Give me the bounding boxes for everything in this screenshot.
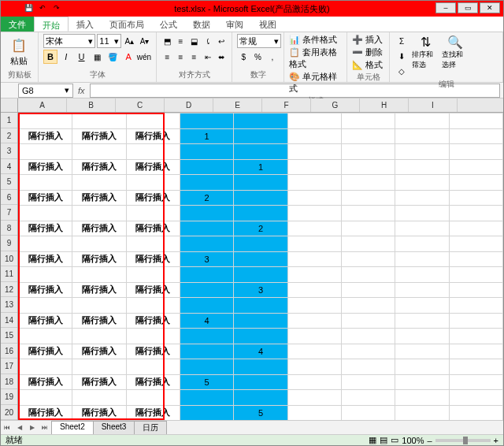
align-right-icon[interactable]: ≡ [188, 50, 200, 64]
first-sheet-icon[interactable]: ⏮ [1, 422, 13, 434]
chevron-down-icon: ▾ [65, 85, 69, 95]
status-text: 就绪 [6, 434, 23, 446]
close-button[interactable]: ✕ [480, 2, 500, 13]
increase-font-icon[interactable]: A▴ [123, 34, 136, 48]
row-headers[interactable]: 1234567891011121314151617181920 [1, 113, 18, 420]
underline-button[interactable]: U [75, 50, 89, 64]
sheet-tab[interactable]: 日历 [134, 421, 167, 434]
status-bar: 就绪 ▦ ▤ ▭ 100% – + [1, 434, 503, 445]
sheet-tab[interactable]: Sheet3 [93, 421, 135, 434]
tab-layout[interactable]: 页面布局 [102, 17, 152, 32]
tab-file[interactable]: 文件 [1, 17, 34, 32]
tab-formula[interactable]: 公式 [152, 17, 185, 32]
find-select-button[interactable]: 🔍查找和选择 [442, 34, 469, 70]
find-icon: 🔍 [446, 34, 465, 50]
currency-icon[interactable]: $ [237, 50, 250, 64]
name-box[interactable]: G8▾ [18, 84, 73, 98]
undo-icon[interactable]: ↶ [37, 2, 48, 13]
sheet-tab-bar: ⏮ ◀ ▶ ⏭ Sheet2Sheet3日历 [1, 420, 503, 434]
align-center-icon[interactable]: ≡ [175, 50, 187, 64]
group-align: 对齐方式 [161, 69, 227, 80]
group-number: 数字 [237, 69, 279, 80]
fill-icon[interactable]: ⬇ [395, 49, 409, 63]
tab-data[interactable]: 数据 [185, 17, 218, 32]
chevron-down-icon: ▾ [88, 36, 93, 46]
orientation-icon[interactable]: ⤹ [202, 34, 213, 48]
cells-area[interactable]: 隔行插入隔行插入隔行插入1隔行插入隔行插入隔行插入1隔行插入隔行插入隔行插入2隔… [18, 113, 503, 420]
bold-button[interactable]: B [43, 50, 57, 64]
sort-icon: ⇅ [416, 34, 435, 50]
group-cells: 单元格 [352, 71, 384, 83]
zoom-slider[interactable] [435, 439, 491, 442]
column-headers[interactable]: ABCDEFGHI [18, 98, 503, 113]
cell-style-button[interactable]: 🎨 单元格样式 [289, 71, 342, 95]
font-name-combo[interactable]: 宋体▾ [43, 34, 95, 48]
tab-home[interactable]: 开始 [34, 17, 69, 32]
fill-color-button[interactable]: 🪣 [106, 50, 120, 64]
group-font: 字体 [43, 69, 151, 80]
sort-filter-button[interactable]: ⇅排序和筛选 [412, 34, 439, 70]
percent-icon[interactable]: % [251, 50, 264, 64]
paste-icon: 📋 [9, 36, 28, 55]
tab-review[interactable]: 审阅 [218, 17, 251, 32]
chevron-down-icon: ▾ [114, 36, 119, 46]
autosum-icon[interactable]: Σ [395, 34, 409, 48]
window-title: test.xlsx - Microsoft Excel(产品激活失败) [174, 3, 329, 15]
align-bottom-icon[interactable]: ⬓ [188, 34, 200, 48]
decrease-font-icon[interactable]: A▾ [138, 34, 151, 48]
last-sheet-icon[interactable]: ⏭ [39, 422, 51, 434]
clear-icon[interactable]: ◇ [395, 64, 409, 78]
sheet-tab[interactable]: Sheet2 [51, 421, 94, 434]
next-sheet-icon[interactable]: ▶ [26, 422, 39, 434]
zoom-out-icon[interactable]: – [427, 436, 432, 445]
quick-access-toolbar: 💾 ↶ ↷ [23, 2, 62, 13]
table-format-button[interactable]: 📋 套用表格格式 [289, 46, 342, 70]
border-button[interactable]: ▦ [90, 50, 104, 64]
decrease-indent-icon[interactable]: ⇤ [202, 50, 213, 64]
zoom-level[interactable]: 100% [402, 436, 424, 445]
font-color-button[interactable]: A [121, 50, 135, 64]
view-normal-icon[interactable]: ▦ [369, 435, 376, 445]
fx-icon[interactable]: fx [78, 86, 85, 95]
group-clipboard: 剪贴板 [6, 69, 33, 80]
view-break-icon[interactable]: ▭ [391, 435, 398, 445]
delete-cells-button[interactable]: ➖ 删除 [352, 46, 384, 58]
wrap-text-icon[interactable]: ↩ [215, 34, 227, 48]
view-layout-icon[interactable]: ▤ [380, 435, 387, 445]
align-top-icon[interactable]: ⬒ [161, 34, 173, 48]
minimize-button[interactable]: – [435, 2, 456, 13]
restore-button[interactable]: ▭ [458, 2, 478, 13]
ribbon-tabs: 文件 开始 插入 页面布局 公式 数据 审阅 视图 [1, 17, 503, 32]
align-middle-icon[interactable]: ≡ [175, 34, 187, 48]
italic-button[interactable]: I [59, 50, 73, 64]
prev-sheet-icon[interactable]: ◀ [13, 422, 26, 434]
font-size-combo[interactable]: 11▾ [97, 34, 121, 48]
tab-insert[interactable]: 插入 [69, 17, 102, 32]
zoom-in-icon[interactable]: + [494, 436, 498, 445]
redo-icon[interactable]: ↷ [51, 2, 62, 13]
ribbon: 📋粘贴 剪贴板 宋体▾ 11▾ A▴ A▾ B I U ▦ 🪣 A wén 字体 [1, 32, 503, 83]
tab-view[interactable]: 视图 [251, 17, 284, 32]
conditional-format-button[interactable]: 📊 条件格式 [289, 34, 342, 46]
format-cells-button[interactable]: 📐 格式 [352, 59, 384, 71]
number-format-combo[interactable]: 常规▾ [237, 34, 281, 48]
save-icon[interactable]: 💾 [23, 2, 34, 13]
chevron-down-icon: ▾ [274, 36, 279, 46]
comma-icon[interactable]: , [266, 50, 279, 64]
group-editing: 编辑 [395, 78, 498, 90]
align-left-icon[interactable]: ≡ [161, 50, 173, 64]
phonetic-button[interactable]: wén [137, 50, 151, 64]
insert-cells-button[interactable]: ➕ 插入 [352, 34, 384, 46]
worksheet-grid: ABCDEFGHI 123456789101112131415161718192… [1, 98, 503, 420]
merge-button[interactable]: ⬌ [215, 50, 227, 64]
paste-button[interactable]: 📋粘贴 [6, 34, 32, 69]
select-all-corner[interactable] [1, 98, 18, 113]
title-bar: 💾 ↶ ↷ test.xlsx - Microsoft Excel(产品激活失败… [1, 1, 503, 17]
